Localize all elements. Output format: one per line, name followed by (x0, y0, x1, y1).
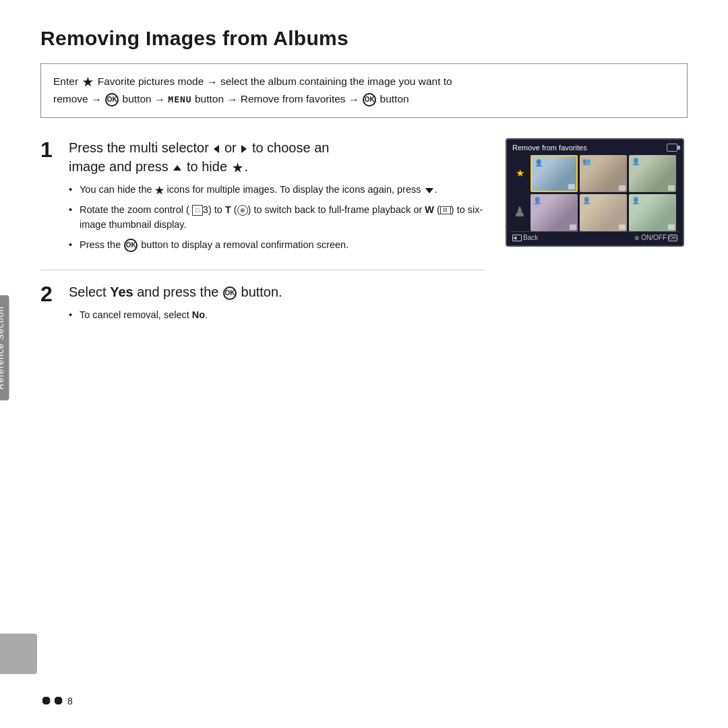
thumb-5: 👤 (580, 194, 627, 231)
camera-screen: Remove from favorites ★ ♟ 👤 (506, 138, 684, 247)
page-title: Removing Images from Albums (40, 27, 688, 50)
step-2-content: Select Yes and press the OK button. To c… (69, 282, 485, 328)
content-area: 1 Press the multi selector or to choose … (40, 138, 688, 335)
thumb-4: 👤 (530, 194, 578, 231)
thumb-2: 👥 (580, 155, 627, 192)
camera-footer: ◀ Back ⊚ ON/OFF OK (511, 231, 679, 241)
step-2: 2 Select Yes and press the OK button. To… (40, 282, 485, 328)
footer-back: ◀ Back (512, 234, 538, 241)
page-number: 8 (67, 696, 73, 706)
thumb-icon: ⊟ (440, 206, 451, 214)
bullet-item-2: Rotate the zoom control ( □3) to T (⊕) t… (69, 203, 485, 233)
arrow-sym4: → (226, 94, 237, 105)
step-1-heading: Press the multi selector or to choose an… (69, 138, 485, 176)
triangle-left-icon (214, 145, 219, 153)
sidebar-person-icon: ♟ (514, 204, 526, 220)
arrow-sym5: → (348, 94, 359, 105)
bullet-item-1: You can hide the icons for multiple imag… (69, 183, 485, 198)
thumb-6: 👤 (629, 194, 676, 231)
page-container: Removing Images from Albums Enter Favori… (0, 0, 728, 728)
thumb-1: 👤 (530, 155, 578, 192)
no-label: No (192, 309, 205, 320)
triangle-up-icon (173, 165, 181, 171)
ok-button-icon: OK (105, 93, 119, 107)
ok-circle-step2: OK (223, 286, 237, 300)
triangle-down-icon (425, 188, 433, 193)
book-icon: □ (192, 205, 203, 216)
tab-block (0, 634, 37, 674)
camera-icon-footer: ⏺⏺ (40, 694, 65, 708)
info-text: Enter Favorite pictures mode → select th… (53, 75, 452, 104)
ok-small-icon: OK (668, 235, 677, 241)
reference-section-tab: Reference Section (0, 295, 9, 400)
image-row-2: 👤 👤 👤 (530, 194, 679, 231)
step-2-number: 2 (40, 282, 59, 306)
screen-title: Remove from favorites (512, 144, 587, 152)
step-1: 1 Press the multi selector or to choose … (40, 138, 485, 257)
star-icon-sm (155, 186, 164, 195)
camera-screen-header: Remove from favorites (511, 144, 679, 152)
step-divider (40, 270, 485, 270)
arrow-sym: → (207, 76, 218, 88)
t-label: T (225, 204, 231, 215)
onoff-circle-icon: ⊚ (634, 235, 640, 241)
left-column: 1 Press the multi selector or to choose … (40, 138, 485, 335)
back-label: Back (523, 234, 538, 241)
menu-text: MENU (168, 94, 191, 104)
fav-star-icon (82, 77, 93, 88)
star-icon (233, 162, 243, 173)
step-2-bullet-1: To cancel removal, select No. (69, 308, 485, 323)
step-1-bullets: You can hide the icons for multiple imag… (69, 183, 485, 252)
footer-onoff: ⊚ ON/OFF OK (634, 234, 677, 241)
image-grid: ★ ♟ 👤 👥 👤 (511, 155, 679, 231)
step-1-content: Press the multi selector or to choose an… (69, 138, 485, 257)
onoff-label: ON/OFF (641, 234, 667, 241)
zoom-in-icon: ⊕ (237, 205, 248, 216)
step-2-bullets: To cancel removal, select No. (69, 308, 485, 323)
sidebar-star-icon: ★ (516, 167, 524, 179)
grid-sidebar: ★ ♟ (511, 155, 528, 231)
right-column: Remove from favorites ★ ♟ 👤 (506, 138, 688, 335)
sidebar-label: Reference Section (0, 306, 5, 390)
bullet-item-3: Press the OK button to display a removal… (69, 238, 485, 253)
arrow-sym2: → (91, 94, 102, 105)
ok-circle-inline: OK (124, 239, 138, 252)
yes-label: Yes (110, 284, 133, 299)
image-row-1: 👤 👥 👤 (530, 155, 679, 192)
thumb-3: 👤 (629, 155, 676, 192)
battery-icon (667, 144, 677, 152)
step-2-heading: Select Yes and press the OK button. (69, 282, 485, 301)
arrow-sym3: → (154, 94, 165, 105)
step-1-number: 1 (40, 138, 59, 162)
back-icon: ◀ (512, 235, 522, 241)
ok-button-icon2: OK (363, 93, 376, 107)
triangle-right-icon (241, 145, 247, 153)
page-footer: ⏺⏺ 8 (40, 694, 73, 708)
w-label: W (425, 204, 434, 215)
image-rows: 👤 👥 👤 👤 (530, 155, 679, 231)
info-box: Enter Favorite pictures mode → select th… (40, 63, 688, 118)
